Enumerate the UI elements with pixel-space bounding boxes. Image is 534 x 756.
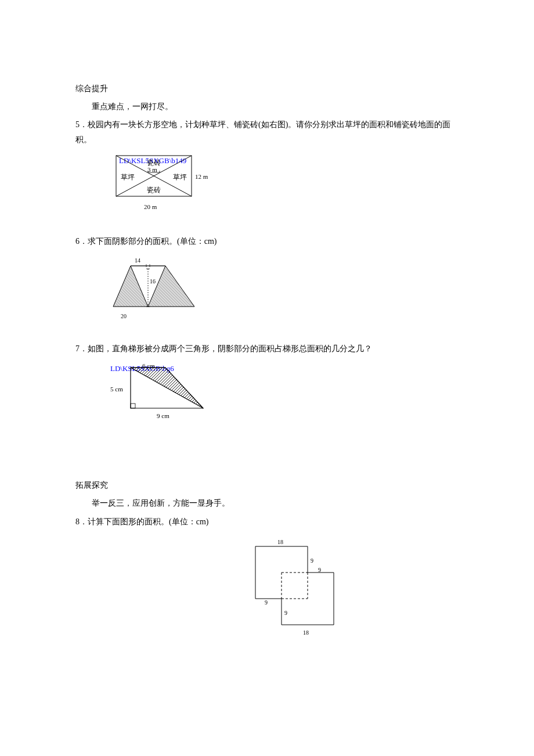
fig8-right-upper-dim: 9 <box>311 556 313 566</box>
svg-rect-19 <box>131 404 135 408</box>
fig6-bottom-dim: 20 <box>121 311 127 322</box>
fig7-top-dim: 6 cm <box>142 361 155 372</box>
section-subtitle-2: 举一反三，应用创新，方能一显身手。 <box>75 496 459 510</box>
fig5-lawn-right-label: 草坪 <box>173 171 187 184</box>
section-title-2: 拓展探究 <box>75 478 459 492</box>
fig8-bottom-dim: 18 <box>303 628 309 638</box>
figure-5: LD\KSL5SXGB\b149 瓷砖 3 m 草坪 草坪 瓷砖 12 m 20… <box>99 153 215 217</box>
problem-8-text: 8．计算下面图形的面积。(单位：cm) <box>75 514 459 529</box>
fig8-right-top2-dim: 9 <box>318 565 321 575</box>
fig8-top-dim: 18 <box>277 537 283 548</box>
fig6-mid-dim: 16 <box>150 276 156 287</box>
fig6-top-dim: 14 <box>135 255 140 266</box>
figure-8: 18 9 9 9 9 18 <box>238 535 354 651</box>
fig5-bottom-dim: 20 m <box>144 201 157 213</box>
fig8-mid-lower-dim: 9 <box>284 608 287 618</box>
problem-6-text: 6．求下面阴影部分的面积。(单位：cm) <box>75 234 459 249</box>
fig5-mid-dim: 3 m <box>147 164 157 176</box>
fig7-left-dim: 5 cm <box>110 384 123 395</box>
fig5-tile-bottom-label: 瓷砖 <box>147 184 161 197</box>
fig5-right-dim: 12 m <box>195 171 208 183</box>
problem-5-text: 5．校园内有一块长方形空地，计划种草坪、铺瓷砖(如右图)。请你分别求出草坪的面积… <box>75 117 459 146</box>
fig7-bottom-dim: 9 cm <box>157 411 169 422</box>
figure-6: 14 16 20 <box>99 254 203 324</box>
section-subtitle-1: 重点难点，一网打尽。 <box>75 99 459 114</box>
section-title-1: 综合提升 <box>75 81 459 96</box>
fig8-left-lower-dim: 9 <box>265 597 268 608</box>
fig5-lawn-left-label: 草坪 <box>121 171 135 184</box>
figure-7: LD\KSL5SXGB\bg6 6 cm 5 cm 9 cm <box>99 362 221 426</box>
problem-7-text: 7．如图，直角梯形被分成两个三角形，阴影部分的面积占梯形总面积的几分之几？ <box>75 341 459 356</box>
